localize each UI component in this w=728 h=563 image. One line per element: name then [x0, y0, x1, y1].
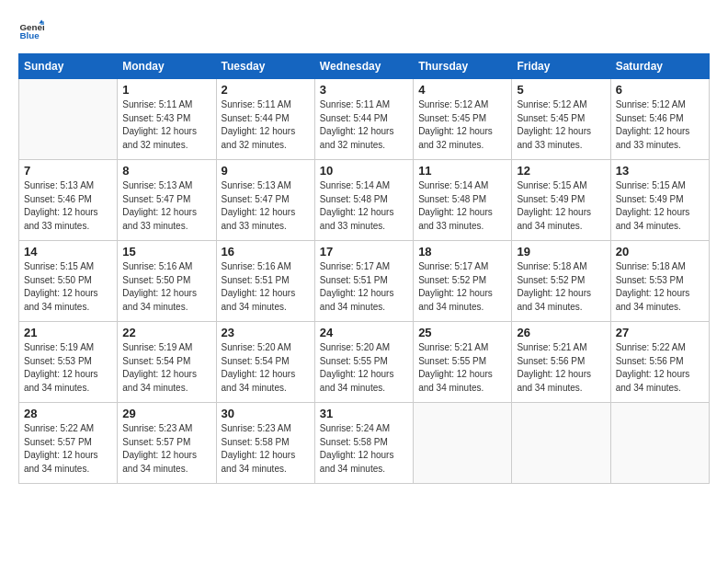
day-info: Sunrise: 5:16 AM Sunset: 5:51 PM Dayligh… — [222, 260, 310, 314]
day-info: Sunrise: 5:16 AM Sunset: 5:50 PM Dayligh… — [122, 260, 210, 314]
day-info: Sunrise: 5:23 AM Sunset: 5:57 PM Dayligh… — [122, 422, 210, 476]
day-header-tuesday: Tuesday — [216, 54, 314, 79]
day-number: 29 — [122, 407, 210, 420]
week-row-1: 1Sunrise: 5:11 AM Sunset: 5:43 PM Daylig… — [19, 79, 710, 160]
calendar-cell: 15Sunrise: 5:16 AM Sunset: 5:50 PM Dayli… — [118, 241, 216, 322]
calendar-cell: 19Sunrise: 5:18 AM Sunset: 5:52 PM Dayli… — [512, 241, 610, 322]
day-info: Sunrise: 5:13 AM Sunset: 5:46 PM Dayligh… — [24, 179, 112, 233]
day-info: Sunrise: 5:22 AM Sunset: 5:57 PM Dayligh… — [24, 422, 112, 476]
week-row-3: 14Sunrise: 5:15 AM Sunset: 5:50 PM Dayli… — [19, 241, 710, 322]
calendar-header: SundayMondayTuesdayWednesdayThursdayFrid… — [19, 54, 710, 79]
calendar-cell: 25Sunrise: 5:21 AM Sunset: 5:55 PM Dayli… — [414, 322, 512, 403]
calendar-cell: 1Sunrise: 5:11 AM Sunset: 5:43 PM Daylig… — [118, 79, 216, 160]
calendar-cell: 7Sunrise: 5:13 AM Sunset: 5:46 PM Daylig… — [19, 160, 118, 241]
day-info: Sunrise: 5:21 AM Sunset: 5:56 PM Dayligh… — [517, 341, 605, 395]
calendar-cell: 16Sunrise: 5:16 AM Sunset: 5:51 PM Dayli… — [216, 241, 314, 322]
day-info: Sunrise: 5:22 AM Sunset: 5:56 PM Dayligh… — [616, 341, 704, 395]
calendar-cell: 26Sunrise: 5:21 AM Sunset: 5:56 PM Dayli… — [512, 322, 610, 403]
calendar-cell: 18Sunrise: 5:17 AM Sunset: 5:52 PM Dayli… — [414, 241, 512, 322]
week-row-5: 28Sunrise: 5:22 AM Sunset: 5:57 PM Dayli… — [19, 403, 710, 484]
day-number: 24 — [320, 326, 408, 339]
day-number: 2 — [222, 83, 310, 97]
day-number: 14 — [24, 245, 112, 259]
day-info: Sunrise: 5:19 AM Sunset: 5:54 PM Dayligh… — [122, 341, 210, 395]
calendar-cell — [610, 403, 709, 484]
day-header-thursday: Thursday — [414, 54, 512, 79]
day-info: Sunrise: 5:12 AM Sunset: 5:45 PM Dayligh… — [418, 98, 506, 152]
day-number: 23 — [222, 326, 310, 339]
day-number: 26 — [517, 326, 605, 339]
calendar-cell: 17Sunrise: 5:17 AM Sunset: 5:51 PM Dayli… — [314, 241, 413, 322]
calendar-cell: 24Sunrise: 5:20 AM Sunset: 5:55 PM Dayli… — [314, 322, 413, 403]
day-number: 30 — [222, 407, 310, 420]
day-info: Sunrise: 5:23 AM Sunset: 5:58 PM Dayligh… — [222, 422, 310, 476]
calendar-cell: 11Sunrise: 5:14 AM Sunset: 5:48 PM Dayli… — [414, 160, 512, 241]
day-info: Sunrise: 5:12 AM Sunset: 5:45 PM Dayligh… — [517, 98, 605, 152]
day-number: 8 — [122, 164, 210, 178]
day-number: 15 — [122, 245, 210, 259]
day-number: 1 — [122, 83, 210, 97]
calendar-table: SundayMondayTuesdayWednesdayThursdayFrid… — [18, 53, 710, 484]
calendar-cell: 9Sunrise: 5:13 AM Sunset: 5:47 PM Daylig… — [216, 160, 314, 241]
day-number: 18 — [418, 245, 506, 259]
day-info: Sunrise: 5:19 AM Sunset: 5:53 PM Dayligh… — [24, 341, 112, 395]
calendar-cell: 27Sunrise: 5:22 AM Sunset: 5:56 PM Dayli… — [610, 322, 709, 403]
calendar-cell: 22Sunrise: 5:19 AM Sunset: 5:54 PM Dayli… — [118, 322, 216, 403]
day-info: Sunrise: 5:15 AM Sunset: 5:50 PM Dayligh… — [24, 260, 112, 314]
calendar-cell: 12Sunrise: 5:15 AM Sunset: 5:49 PM Dayli… — [512, 160, 610, 241]
day-number: 4 — [418, 83, 506, 97]
calendar-cell: 14Sunrise: 5:15 AM Sunset: 5:50 PM Dayli… — [19, 241, 118, 322]
day-number: 16 — [222, 245, 310, 259]
calendar-cell: 28Sunrise: 5:22 AM Sunset: 5:57 PM Dayli… — [19, 403, 118, 484]
day-info: Sunrise: 5:24 AM Sunset: 5:58 PM Dayligh… — [320, 422, 408, 476]
day-info: Sunrise: 5:12 AM Sunset: 5:46 PM Dayligh… — [616, 98, 704, 152]
calendar-cell — [512, 403, 610, 484]
day-number: 22 — [122, 326, 210, 339]
calendar-cell: 23Sunrise: 5:20 AM Sunset: 5:54 PM Dayli… — [216, 322, 314, 403]
week-row-2: 7Sunrise: 5:13 AM Sunset: 5:46 PM Daylig… — [19, 160, 710, 241]
day-info: Sunrise: 5:11 AM Sunset: 5:44 PM Dayligh… — [222, 98, 310, 152]
day-info: Sunrise: 5:14 AM Sunset: 5:48 PM Dayligh… — [320, 179, 408, 233]
day-info: Sunrise: 5:13 AM Sunset: 5:47 PM Dayligh… — [222, 179, 310, 233]
calendar-cell — [414, 403, 512, 484]
day-info: Sunrise: 5:17 AM Sunset: 5:52 PM Dayligh… — [418, 260, 506, 314]
day-number: 3 — [320, 83, 408, 97]
day-number: 20 — [616, 245, 704, 259]
calendar-cell: 30Sunrise: 5:23 AM Sunset: 5:58 PM Dayli… — [216, 403, 314, 484]
day-number: 27 — [616, 326, 704, 339]
day-info: Sunrise: 5:11 AM Sunset: 5:44 PM Dayligh… — [320, 98, 408, 152]
logo-icon: General Blue — [18, 18, 44, 44]
calendar-cell: 21Sunrise: 5:19 AM Sunset: 5:53 PM Dayli… — [19, 322, 118, 403]
calendar-cell: 13Sunrise: 5:15 AM Sunset: 5:49 PM Dayli… — [610, 160, 709, 241]
calendar-cell: 2Sunrise: 5:11 AM Sunset: 5:44 PM Daylig… — [216, 79, 314, 160]
header: General Blue — [18, 18, 710, 44]
day-info: Sunrise: 5:21 AM Sunset: 5:55 PM Dayligh… — [418, 341, 506, 395]
day-number: 10 — [320, 164, 408, 178]
day-number: 31 — [320, 407, 408, 420]
day-number: 6 — [616, 83, 704, 97]
calendar-cell: 6Sunrise: 5:12 AM Sunset: 5:46 PM Daylig… — [610, 79, 709, 160]
day-number: 28 — [24, 407, 112, 420]
calendar-cell: 8Sunrise: 5:13 AM Sunset: 5:47 PM Daylig… — [118, 160, 216, 241]
day-info: Sunrise: 5:15 AM Sunset: 5:49 PM Dayligh… — [616, 179, 704, 233]
day-info: Sunrise: 5:17 AM Sunset: 5:51 PM Dayligh… — [320, 260, 408, 314]
day-number: 7 — [24, 164, 112, 178]
day-number: 11 — [418, 164, 506, 178]
day-number: 17 — [320, 245, 408, 259]
day-header-wednesday: Wednesday — [314, 54, 413, 79]
day-info: Sunrise: 5:13 AM Sunset: 5:47 PM Dayligh… — [122, 179, 210, 233]
day-number: 13 — [616, 164, 704, 178]
day-header-friday: Friday — [512, 54, 610, 79]
day-info: Sunrise: 5:18 AM Sunset: 5:53 PM Dayligh… — [616, 260, 704, 314]
calendar-cell: 4Sunrise: 5:12 AM Sunset: 5:45 PM Daylig… — [414, 79, 512, 160]
calendar-cell: 5Sunrise: 5:12 AM Sunset: 5:45 PM Daylig… — [512, 79, 610, 160]
day-header-saturday: Saturday — [610, 54, 709, 79]
calendar-cell — [19, 79, 118, 160]
day-info: Sunrise: 5:14 AM Sunset: 5:48 PM Dayligh… — [418, 179, 506, 233]
calendar-cell: 31Sunrise: 5:24 AM Sunset: 5:58 PM Dayli… — [314, 403, 413, 484]
day-info: Sunrise: 5:18 AM Sunset: 5:52 PM Dayligh… — [517, 260, 605, 314]
day-number: 25 — [418, 326, 506, 339]
day-info: Sunrise: 5:15 AM Sunset: 5:49 PM Dayligh… — [517, 179, 605, 233]
calendar-cell: 3Sunrise: 5:11 AM Sunset: 5:44 PM Daylig… — [314, 79, 413, 160]
calendar-cell: 10Sunrise: 5:14 AM Sunset: 5:48 PM Dayli… — [314, 160, 413, 241]
